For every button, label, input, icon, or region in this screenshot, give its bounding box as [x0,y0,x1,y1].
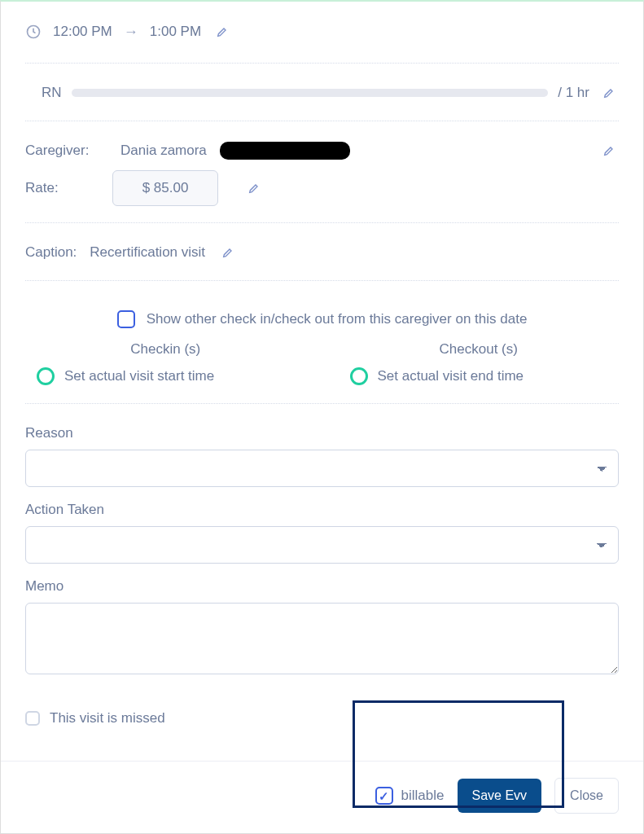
start-time: 12:00 PM [53,24,112,40]
set-end-time-row[interactable]: Set actual visit end time [339,367,620,385]
radio-icon [350,367,368,385]
edit-caption-button[interactable] [218,243,238,262]
checkin-header: Checkin (s) [25,341,306,361]
action-taken-select[interactable] [25,526,619,564]
set-start-time-row[interactable]: Set actual visit start time [25,367,306,385]
edit-caregiver-button[interactable] [599,141,619,160]
duration-label: / 1 hr [558,85,589,101]
edit-duration-button[interactable] [599,83,619,103]
arrow-right-icon: → [124,24,138,41]
set-start-time-label: Set actual visit start time [64,368,214,384]
set-end-time-label: Set actual visit end time [378,368,524,384]
memo-group: Memo [25,572,619,686]
pencil-icon [602,144,616,157]
checkin-checkout-grid: Checkin (s) Checkout (s) Set actual visi… [25,338,619,400]
caption-label: Caption: [25,244,77,261]
save-evv-button[interactable]: Save Evv [458,779,542,813]
duration-bar [72,89,549,97]
pencil-icon [248,182,261,195]
action-taken-group: Action Taken [25,495,619,572]
role-label: RN [42,85,62,101]
close-button[interactable]: Close [554,778,619,814]
show-other-checkbox-row: Show other check in/check out from this … [25,296,619,338]
divider [25,222,619,223]
missed-label: This visit is missed [50,710,165,726]
redacted-block [220,142,350,160]
rate-input[interactable] [112,170,218,206]
rate-row: Rate: [25,165,619,211]
show-other-label: Show other check in/check out from this … [147,311,528,327]
time-row: 12:00 PM → 1:00 PM [25,22,619,59]
reason-label: Reason [25,425,619,441]
divider [25,121,619,121]
missed-row: This visit is missed [25,686,619,743]
divider [25,63,619,64]
billable-wrap: billable [375,787,445,805]
divider [25,280,619,281]
caregiver-row: Caregiver: Dania zamora [25,136,619,165]
divider [25,403,619,404]
pencil-icon [216,25,229,38]
reason-group: Reason [25,419,619,495]
modal-body: 12:00 PM → 1:00 PM RN / 1 hr Care [1,2,643,761]
reason-select[interactable] [25,450,619,487]
memo-label: Memo [25,578,619,595]
visit-edit-modal: 12:00 PM → 1:00 PM RN / 1 hr Care [0,0,644,834]
caregiver-label: Caregiver: [25,143,94,159]
billable-label: billable [401,788,445,804]
caption-row: Caption: Recertification visit [25,238,619,277]
billable-checkbox[interactable] [375,787,393,805]
end-time: 1:00 PM [150,24,201,40]
radio-icon [37,367,55,385]
rate-label: Rate: [25,180,94,196]
edit-time-button[interactable] [212,22,232,42]
role-duration-row: RN / 1 hr [25,78,619,117]
caregiver-name: Dania zamora [120,143,207,159]
show-other-checkbox[interactable] [117,310,135,328]
caption-value: Recertification visit [90,244,205,261]
pencil-icon [221,246,234,259]
pencil-icon [602,86,616,99]
modal-footer: billable Save Evv Close [1,761,643,833]
action-taken-label: Action Taken [25,502,619,518]
edit-rate-button[interactable] [244,178,264,198]
memo-textarea[interactable] [25,603,619,674]
missed-checkbox[interactable] [25,711,40,726]
checkout-header: Checkout (s) [339,341,620,361]
clock-icon [25,24,42,40]
